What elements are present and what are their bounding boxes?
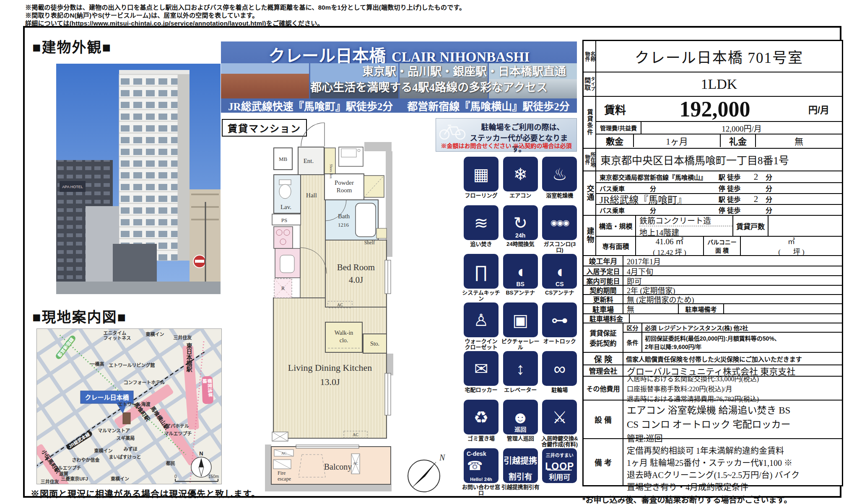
amenity-label: 入居時鍵交換& 合鍵作成(有料) bbox=[541, 436, 578, 447]
traffic-row: JR総武線『馬喰町』 駅 徒歩 2 分 bbox=[596, 193, 842, 204]
svg-text:Shelf: Shelf bbox=[364, 240, 375, 246]
key-exchange-icon: ⚔ 入居時鍵交換& 合鍵作成(有料) bbox=[540, 400, 579, 448]
amenity-icon: ⚔ bbox=[542, 400, 577, 434]
mitsui-loop-icon: 三井のすまい LOOP 利用可 bbox=[540, 448, 579, 497]
svg-text:Fire: Fire bbox=[278, 470, 286, 476]
amenity-tile: ↻ 24h bbox=[503, 205, 538, 240]
bs-antenna-icon: ◖ BS BSアンテナ bbox=[501, 254, 540, 302]
traffic-row: バス乗車分 停 徒歩 分 bbox=[596, 182, 842, 193]
traffic-row: バス乗車分 停 徒歩 分 bbox=[596, 204, 842, 215]
bicycle-sticker-notice: 駐輪場をご利用の際は、 ステッカー代が必要となります。 ※金額はお問合せください… bbox=[436, 118, 577, 152]
row-property-name: 物件名称 クレール日本橋 701号室 bbox=[584, 41, 842, 72]
svg-text:Powder: Powder bbox=[335, 179, 354, 186]
guarantee-label: 賃貸保証委託契約 bbox=[584, 323, 623, 352]
svg-text:Walk-in: Walk-in bbox=[335, 330, 353, 336]
svg-text:MB: MB bbox=[279, 156, 288, 162]
amenity-label: お問い合わせ窓口 bbox=[462, 484, 501, 496]
row-parking: 駐車場 無 駐車場備考 bbox=[584, 303, 842, 313]
key-money-label: 礼金 bbox=[720, 134, 756, 147]
amenity-tile: ❄ bbox=[503, 157, 538, 191]
amenity-icon: ♙ bbox=[464, 302, 499, 337]
amenity-label: 引越提携割引有 bbox=[501, 484, 540, 490]
svg-text:PS: PS bbox=[281, 217, 287, 223]
management-fee-value: 12,000円/月 bbox=[641, 122, 842, 134]
map-poi: エトワールリビング館 bbox=[109, 363, 155, 368]
svg-text:R: R bbox=[281, 285, 285, 291]
disclaimer-line-1: ※掲載の徒歩分数は、建物の出入り口を基点とし駅出入口およびバス停を着点とした概算… bbox=[25, 3, 465, 11]
property-banner: クレール日本橋CLAIR NIHONBASHI 東京駅・品川駅・銀座駅・日本橋駅… bbox=[221, 41, 577, 113]
rent-label: 賃料 bbox=[596, 97, 634, 121]
amenity-tile: ♨ bbox=[542, 157, 577, 191]
amenity-tile: ◉◉◉ bbox=[542, 205, 577, 240]
amenity-icon: ∞ bbox=[542, 351, 577, 386]
map-poi: 三菱東京UFJ bbox=[61, 476, 88, 481]
amenity-tile: ▣ bbox=[503, 302, 538, 337]
map-poi: さわやか信金 bbox=[72, 457, 100, 463]
amenity-label: CSアンテナ bbox=[545, 290, 574, 296]
area-value: 41.06 ㎡ ( 12.42 坪 ) bbox=[636, 237, 703, 255]
property-table: 物件名称 クレール日本橋 701号室 間取タイプ 1LDK 賃貸条件 賃料 19… bbox=[582, 40, 843, 486]
unit-count-value bbox=[769, 216, 842, 236]
row-movein: 入居予定日 4月下旬 bbox=[584, 266, 842, 275]
bathroom-dryer-icon: ♨ 浴室乾燥機 bbox=[540, 157, 579, 205]
row-guarantee-kubun: 区分 必須 レジデントアシスタンス(株) 他2社 bbox=[623, 323, 842, 332]
amenity-tile: ♻ bbox=[464, 400, 499, 434]
bike-notice-line-1: 駐輪場をご利用の際は、 bbox=[472, 121, 573, 132]
row-viewing: 案内可能日 即可 bbox=[584, 275, 842, 285]
amenity-icon: ↕ bbox=[503, 351, 538, 386]
row-parking-fee: 駐車場料金 bbox=[584, 313, 842, 323]
amenity-grid: ▦ フローリング ❄ エアコン ♨ bbox=[462, 157, 579, 497]
map-poi: スギ薬局 bbox=[116, 436, 135, 441]
moving-partner-icon: 引越提携 割引有 引越提携割引有 bbox=[501, 448, 540, 497]
amenity-tile: ∞ bbox=[542, 351, 577, 386]
banner-station-right: 都営新宿線『馬喰横山』駅徒歩2分 bbox=[407, 98, 570, 113]
amenity-tile: ☻ 巡回 bbox=[503, 400, 538, 434]
screening-footnote: *お申し込み後、審査の結果お断りする場合がございます。 bbox=[582, 494, 792, 504]
amenity-tile: 引越提携 割引有 bbox=[503, 448, 538, 483]
garbage-area-icon: ♻ ゴミ置き場 bbox=[462, 400, 501, 448]
banner-access-line-1: 東京駅・品川駅・銀座駅・日本橋駅直通 bbox=[362, 62, 566, 79]
map-poi: みずほ bbox=[124, 447, 138, 452]
amenity-icon: ♻ bbox=[464, 400, 499, 434]
map-property-callout: クレール日本橋 bbox=[85, 394, 129, 401]
amenity-label: エアコン bbox=[509, 193, 531, 199]
svg-text:Hall: Hall bbox=[306, 192, 317, 199]
bike-notice-warning: ※金額はお問合せください ※込契約の場合は必須 bbox=[436, 141, 576, 150]
amenity-icon: ◉◉◉ bbox=[542, 205, 577, 240]
gas-stove-icon: ◉◉◉ ガスコンロ(3口) bbox=[540, 205, 579, 254]
banner-access-line-2: 都心生活を満喫する4駅4路線の多彩なアクセス bbox=[310, 78, 548, 95]
structure-label: 構造・規模 bbox=[596, 216, 636, 236]
building-photo: APA HOTEL bbox=[56, 64, 221, 294]
elevator-icon: ↕ エレベーター bbox=[501, 351, 540, 400]
key-money-value: 無 bbox=[756, 134, 842, 147]
svg-text:4.0J: 4.0J bbox=[349, 275, 363, 285]
map-scale-max: 150m bbox=[208, 474, 219, 479]
amenity-icon: ▣ bbox=[503, 302, 538, 337]
row-management-fee: 管理費/共益費 12,000円/月 bbox=[596, 121, 842, 134]
guarantee-joken-value: 初回保証委託料(最低20,000円):月額賃料等の50%、2年目以降:9,600… bbox=[642, 333, 842, 352]
svg-text:Lav.: Lav. bbox=[280, 204, 291, 210]
balcony-area-label: バルコニー面 積 bbox=[703, 237, 741, 255]
svg-text:13.0J: 13.0J bbox=[320, 377, 340, 387]
deposit-label: 敷金 bbox=[596, 134, 634, 147]
ventilation-24h-icon: ↻ 24h 24時間換気 bbox=[501, 205, 540, 254]
amenity-icon: ▦ bbox=[464, 157, 499, 191]
property-name-label: 物件名称 bbox=[584, 41, 596, 72]
amenity-label: 駐輪場 bbox=[551, 387, 568, 393]
amenity-icon: ≋ bbox=[464, 205, 499, 240]
map-scale-zero: 0 bbox=[174, 474, 177, 479]
rent-group-label: 賃貸条件 bbox=[587, 109, 593, 136]
bicycle-parking-icon: ∞ 駐輪場 bbox=[540, 351, 579, 400]
amenity-icon: ♨ bbox=[542, 157, 577, 191]
map-compass-n: N bbox=[199, 450, 203, 457]
row-contract-term: 契約期間 2年 (定期借家) bbox=[584, 285, 842, 294]
map-poi: エニタイム フィットネス bbox=[103, 331, 131, 341]
amenity-label: システムキッチン bbox=[462, 290, 501, 302]
svg-text:Shoes Box: Shoes Box bbox=[329, 164, 333, 178]
exterior-section-title: ■建物外観■ bbox=[32, 36, 112, 57]
traffic-row: 東京都交通局都営新宿線『馬喰横山』 駅 徒歩 2 分 bbox=[596, 171, 842, 182]
amenity-tile: ∏ bbox=[464, 254, 499, 289]
row-address: 物件所在地 東京都中央区日本橋馬喰町一丁目8番1号 bbox=[584, 148, 842, 171]
deposit-value: 1ヶ月 bbox=[634, 134, 720, 147]
row-guarantee-joken: 条件 初回保証委託料(最低20,000円):月額賃料等の50%、2年目以降:9,… bbox=[623, 332, 842, 352]
